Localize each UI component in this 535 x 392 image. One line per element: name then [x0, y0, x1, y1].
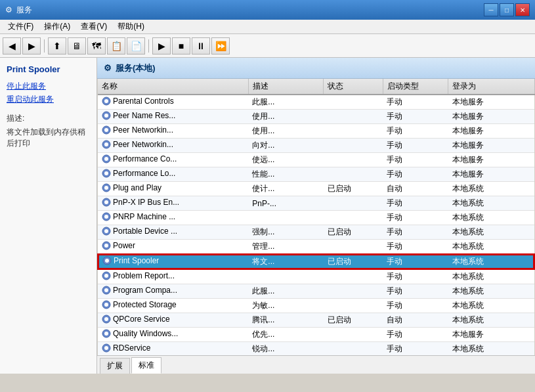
svg-point-9 [104, 157, 108, 161]
svg-point-13 [104, 186, 108, 190]
service-desc-cell: 使远... [248, 153, 324, 167]
refresh-button[interactable]: ⏩ [211, 37, 230, 54]
table-row[interactable]: PnP-X IP Bus En... PnP-...手动本地系统 [98, 196, 534, 211]
svg-point-25 [104, 274, 108, 278]
service-status-cell [324, 328, 383, 342]
service-startup-cell: 手动 [383, 269, 448, 284]
maximize-button[interactable]: □ [500, 3, 514, 16]
title-bar: ⚙ 服务 ─ □ ✕ [0, 0, 535, 20]
service-startup-cell: 手动 [383, 328, 448, 342]
button4[interactable]: 📄 [127, 37, 145, 54]
service-status-cell [324, 196, 383, 211]
table-row[interactable]: Quality Windows... 优先...手动本地服务 [98, 328, 534, 342]
service-desc-cell [248, 269, 324, 284]
service-desc-cell: 管理... [248, 240, 324, 255]
service-desc-cell: 此服... [248, 95, 324, 110]
table-row[interactable]: Performance Co... 使远...手动本地服务 [98, 153, 534, 167]
left-panel: Print Spooler 停止此服务 重启动此服务 描述: 将文件加载到内存供… [0, 58, 97, 374]
col-header-name[interactable]: 名称 [98, 79, 248, 95]
right-panel-header: ⚙ 服务(本地) [97, 58, 535, 79]
main-layout: Print Spooler 停止此服务 重启动此服务 描述: 将文件加载到内存供… [0, 58, 535, 374]
service-icon [102, 256, 112, 265]
menu-action[interactable]: 操作(A) [39, 20, 75, 33]
tab-expand[interactable]: 扩展 [100, 358, 130, 374]
table-row[interactable]: Plug and Play 使计...已启动自动本地系统 [98, 182, 534, 196]
svg-point-11 [104, 171, 108, 175]
table-row[interactable]: Protected Storage 为敏...手动本地系统 [98, 299, 534, 313]
toolbar-sep-1 [44, 39, 45, 53]
svg-point-23 [105, 259, 109, 263]
menu-help[interactable]: 帮助(H) [112, 20, 150, 33]
restart-service-link[interactable]: 重启动此服务 [7, 94, 90, 105]
service-icon [102, 329, 111, 338]
svg-point-27 [104, 288, 108, 292]
table-row[interactable]: Power 管理...手动本地系统 [98, 240, 534, 255]
service-login-cell: 本地系统 [448, 313, 534, 328]
table-row[interactable]: PNRP Machine ... 手动本地系统 [98, 211, 534, 225]
service-icon [102, 315, 111, 324]
col-header-status[interactable]: 状态 [324, 79, 383, 95]
pause-button[interactable]: ⏸ [192, 37, 210, 54]
service-name-cell: Program Compa... [98, 284, 248, 299]
button3[interactable]: 📋 [107, 37, 125, 54]
stop-service-link[interactable]: 停止此服务 [7, 81, 90, 92]
service-status-cell [324, 299, 383, 313]
service-icon [102, 212, 111, 221]
service-desc-cell: 为敏... [248, 299, 324, 313]
service-status-cell [324, 124, 383, 139]
desc-label: 描述: [7, 113, 90, 124]
table-row[interactable]: QPCore Service 腾讯...已启动自动本地系统 [98, 313, 534, 328]
table-row[interactable]: Peer Networkin... 向对...手动本地服务 [98, 139, 534, 153]
services-table-container[interactable]: 名称 描述 状态 启动类型 登录为 Parental Controls 此服..… [97, 79, 535, 355]
col-header-desc[interactable]: 描述 [248, 79, 324, 95]
up-button[interactable]: ⬆ [48, 37, 66, 54]
service-desc-cell: 腾讯... [248, 313, 324, 328]
table-row[interactable]: Portable Device ... 强制...已启动手动本地系统 [98, 225, 534, 240]
service-icon [102, 198, 111, 207]
table-row[interactable]: Peer Name Res... 使用...手动本地服务 [98, 110, 534, 124]
service-login-cell: 本地系统 [448, 284, 534, 299]
col-header-login[interactable]: 登录为 [448, 79, 534, 95]
service-startup-cell: 手动 [383, 225, 448, 240]
service-login-cell: 本地系统 [448, 225, 534, 240]
service-login-cell: 本地系统 [448, 254, 534, 269]
back-button[interactable]: ◀ [3, 37, 21, 54]
table-row[interactable]: Parental Controls 此服...手动本地服务 [98, 95, 534, 110]
table-row[interactable]: Performance Lo... 性能...手动本地服务 [98, 167, 534, 182]
forward-button[interactable]: ▶ [22, 37, 41, 54]
svg-point-1 [104, 99, 108, 103]
service-desc-cell: 强制... [248, 225, 324, 240]
service-login-cell: 本地服务 [448, 139, 534, 153]
stop-button[interactable]: ■ [172, 37, 190, 54]
play-button[interactable]: ▶ [152, 37, 171, 54]
desc-text: 将文件加载到内存供稍后打印 [7, 127, 90, 149]
service-startup-cell: 自动 [383, 182, 448, 196]
col-header-startup[interactable]: 启动类型 [383, 79, 448, 95]
service-status-cell: 已启动 [324, 225, 383, 240]
table-row[interactable]: Peer Networkin... 使用...手动本地服务 [98, 124, 534, 139]
close-button[interactable]: ✕ [515, 3, 530, 16]
show-hide-button[interactable]: 🖥 [68, 37, 86, 54]
services-table: 名称 描述 状态 启动类型 登录为 Parental Controls 此服..… [97, 79, 535, 355]
service-desc-cell: 锐动... [248, 342, 324, 356]
menu-file[interactable]: 文件(F) [3, 20, 39, 33]
tab-standard[interactable]: 标准 [131, 357, 161, 374]
menu-view[interactable]: 查看(V) [75, 20, 112, 33]
table-row[interactable]: Problem Report... 手动本地系统 [98, 269, 534, 284]
service-login-cell: 本地服务 [448, 110, 534, 124]
map-button[interactable]: 🗺 [87, 37, 106, 54]
service-name-cell: RDService [98, 342, 248, 356]
service-startup-cell: 手动 [383, 110, 448, 124]
service-login-cell: 本地系统 [448, 211, 534, 225]
minimize-button[interactable]: ─ [484, 3, 498, 16]
service-desc-cell: 使计... [248, 182, 324, 196]
table-row[interactable]: Program Compa... 此服...手动本地系统 [98, 284, 534, 299]
table-header-row: 名称 描述 状态 启动类型 登录为 [98, 79, 534, 95]
service-desc-cell: 将文... [248, 254, 324, 269]
table-row[interactable]: Print Spooler 将文...已启动手动本地系统 [98, 254, 534, 269]
table-row[interactable]: RDService 锐动...手动本地系统 [98, 342, 534, 356]
service-icon [102, 227, 111, 236]
left-panel-title: Print Spooler [7, 64, 90, 74]
service-icon [102, 125, 111, 135]
service-startup-cell: 手动 [383, 167, 448, 182]
